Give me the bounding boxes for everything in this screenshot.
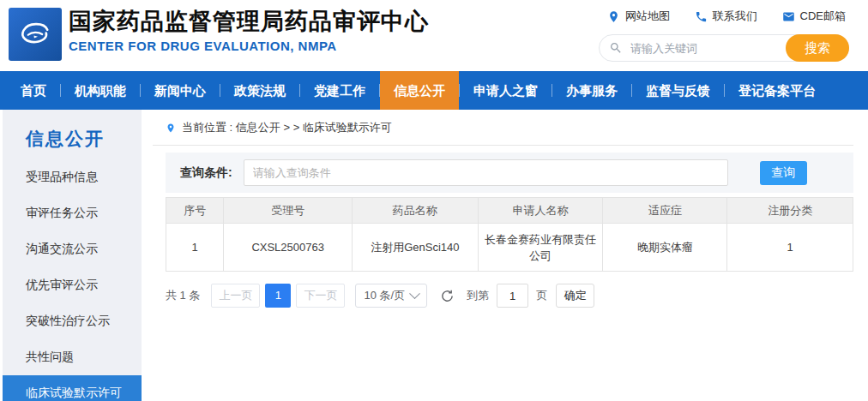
table-header-row: 序号 受理号 药品名称 申请人名称 适应症 注册分类: [166, 198, 853, 224]
query-condition-label: 查询条件:: [180, 165, 232, 181]
sidebar: 信息公开 受理品种信息 审评任务公示 沟通交流公示 优先审评公示 突破性治疗公示…: [3, 110, 142, 401]
site-header: 国家药品监督管理局药品审评中心 CENTER FOR DRUG EVALUATI…: [0, 0, 868, 71]
pagination-total: 共 1 条: [166, 288, 200, 303]
results-table: 序号 受理号 药品名称 申请人名称 适应症 注册分类 1 CXSL2500763…: [166, 197, 853, 272]
sidebar-item-clinical-trial-implied-license[interactable]: 临床试验默示许可: [3, 375, 142, 401]
page-unit-label: 页: [536, 288, 547, 303]
cell-drug-name: 注射用GenSci140: [353, 224, 479, 272]
current-page-button[interactable]: 1: [265, 284, 291, 308]
top-links: 网站地图 联系我们 CDE邮箱: [599, 9, 849, 24]
nav-item-registration-platform[interactable]: 登记备案平台: [725, 71, 829, 110]
logo-swirl-icon: [15, 14, 56, 55]
site-title-cn: 国家药品监督管理局药品审评中心: [69, 7, 429, 36]
col-header-applicant: 申请人名称: [478, 198, 603, 224]
breadcrumb-text: 当前位置 : 信息公开 > > 临床试验默示许可: [182, 120, 392, 135]
refresh-icon[interactable]: [440, 289, 455, 303]
sitemap-link-label: 网站地图: [625, 9, 670, 24]
main-nav: 首页 机构职能 新闻中心 政策法规 党建工作 信息公开 申请人之窗 办事服务 监…: [0, 71, 868, 110]
sitemap-link[interactable]: 网站地图: [607, 9, 670, 24]
nav-item-info-disclosure[interactable]: 信息公开: [380, 71, 459, 110]
query-bar: 查询条件: 查询: [166, 153, 853, 193]
col-header-acceptance-no: 受理号: [224, 198, 353, 224]
cell-acceptance-no: CXSL2500763: [224, 224, 353, 272]
col-header-seq: 序号: [166, 198, 224, 224]
cell-indication: 晚期实体瘤: [603, 224, 727, 272]
sidebar-title: 信息公开: [3, 127, 142, 151]
site-titles: 国家药品监督管理局药品审评中心 CENTER FOR DRUG EVALUATI…: [69, 7, 429, 53]
cell-seq: 1: [166, 224, 224, 272]
page-size-value: 10 条/页: [364, 288, 405, 303]
cde-mail-link-label: CDE邮箱: [800, 9, 846, 24]
site-title-en: CENTER FOR DRUG EVALUATION, NMPA: [69, 39, 429, 53]
nav-item-functions[interactable]: 机构职能: [61, 71, 140, 110]
sidebar-item-review-tasks[interactable]: 审评任务公示: [3, 195, 142, 231]
header-search: 搜索: [599, 34, 849, 62]
phone-icon: [695, 10, 708, 23]
cell-applicant: 长春金赛药业有限责任公司: [478, 224, 603, 272]
breadcrumb-pin-icon: [166, 122, 176, 135]
prev-page-button[interactable]: 上一页: [211, 284, 260, 308]
header-right: 网站地图 联系我们 CDE邮箱 搜索: [599, 9, 849, 62]
nav-item-applicant-window[interactable]: 申请人之窗: [460, 71, 552, 110]
pagination: 共 1 条 上一页 1 下一页 10 条/页 到第 页 确定: [166, 284, 853, 308]
sidebar-item-accepted-varieties[interactable]: 受理品种信息: [3, 159, 142, 195]
contact-link-label: 联系我们: [713, 9, 757, 24]
goto-confirm-button[interactable]: 确定: [556, 284, 594, 308]
col-header-registration-class: 注册分类: [727, 198, 853, 224]
cell-registration-class: 1: [727, 224, 853, 272]
sidebar-item-priority-review[interactable]: 优先审评公示: [3, 267, 142, 303]
cde-logo: [9, 8, 62, 61]
nav-item-supervision[interactable]: 监督与反馈: [632, 71, 724, 110]
next-page-button[interactable]: 下一页: [296, 284, 345, 308]
cde-mail-link[interactable]: CDE邮箱: [782, 9, 846, 24]
chevron-down-icon: [409, 288, 420, 299]
search-icon: [609, 41, 623, 55]
nav-item-news[interactable]: 新闻中心: [141, 71, 220, 110]
query-condition-input[interactable]: [244, 159, 728, 186]
sidebar-item-communication[interactable]: 沟通交流公示: [3, 231, 142, 267]
nav-item-services[interactable]: 办事服务: [552, 71, 631, 110]
col-header-drug-name: 药品名称: [353, 198, 479, 224]
goto-page-input[interactable]: [497, 284, 528, 308]
breadcrumb: 当前位置 : 信息公开 > > 临床试验默示许可: [153, 110, 853, 146]
envelope-icon: [782, 10, 795, 23]
col-header-indication: 适应症: [603, 198, 727, 224]
table-row: 1 CXSL2500763 注射用GenSci140 长春金赛药业有限责任公司 …: [166, 224, 853, 272]
sidebar-item-breakthrough-therapy[interactable]: 突破性治疗公示: [3, 303, 142, 339]
contact-link[interactable]: 联系我们: [695, 9, 757, 24]
page-size-select[interactable]: 10 条/页: [355, 284, 427, 308]
sidebar-item-common-issues[interactable]: 共性问题: [3, 339, 142, 375]
main-content: 当前位置 : 信息公开 > > 临床试验默示许可 查询条件: 查询 序号 受理号…: [153, 110, 853, 401]
nav-item-home[interactable]: 首页: [7, 71, 60, 110]
nav-item-party[interactable]: 党建工作: [300, 71, 379, 110]
goto-page-label: 到第: [467, 288, 489, 303]
nav-item-policy[interactable]: 政策法规: [220, 71, 299, 110]
search-button[interactable]: 搜索: [786, 34, 849, 62]
location-pin-icon: [607, 10, 620, 23]
query-button[interactable]: 查询: [760, 161, 807, 185]
page-body: 信息公开 受理品种信息 审评任务公示 沟通交流公示 优先审评公示 突破性治疗公示…: [0, 110, 868, 401]
